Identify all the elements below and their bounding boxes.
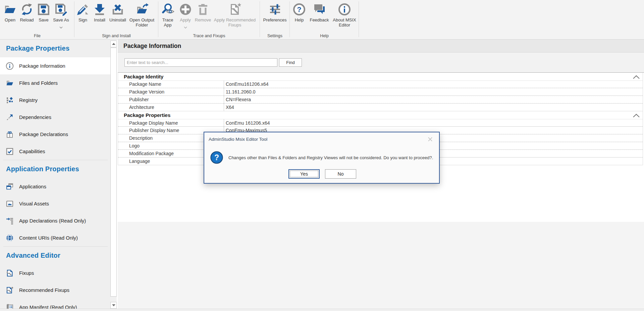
row-value[interactable]: X64 xyxy=(224,104,643,111)
page-title: Package Information xyxy=(118,43,181,50)
sidebar-item-package-declarations[interactable]: Package Declarations xyxy=(0,126,110,143)
about-msix-editor-label: About MSIX Editor xyxy=(330,18,359,27)
row-value[interactable]: ConEmu 161206.x64 xyxy=(224,119,643,127)
sidebar-item-label: Fixups xyxy=(19,270,34,276)
save-as-icon xyxy=(54,3,68,16)
open-output-folder-label: Open Output Folder xyxy=(127,18,156,27)
sidebar-item-label: Dependencies xyxy=(19,114,51,120)
apply-label: Apply xyxy=(180,18,191,23)
visual-assets-image-icon xyxy=(6,200,14,208)
section-heading-text: Package Properties xyxy=(124,112,170,118)
sidebar-item-app-manifest[interactable]: App Manifest (Read Only) xyxy=(0,299,110,309)
svg-text:?: ? xyxy=(214,153,219,162)
ribbon-group-file: Open Reload xyxy=(0,0,74,39)
app-declarations-icon xyxy=(6,217,14,225)
fixups-icon xyxy=(6,269,14,277)
ribbon-group-settings: Preferences Settings xyxy=(260,0,290,39)
ribbon-separator xyxy=(359,1,359,37)
scrollbar-down-button[interactable] xyxy=(110,302,117,309)
sidebar-item-registry[interactable]: Registry xyxy=(0,91,110,109)
ribbon-group-help-label: Help xyxy=(290,34,359,38)
section-header-package-identity: Package Identity xyxy=(118,73,643,81)
install-icon xyxy=(93,3,106,16)
sidebar-item-applications[interactable]: Applications xyxy=(0,178,110,195)
remove-trash-icon xyxy=(196,3,210,16)
uninstall-icon xyxy=(111,3,124,16)
sidebar-item-recommended-fixups[interactable]: Recommended Fixups xyxy=(0,282,110,299)
dialog-title: AdminStudio Msix Editor Tool xyxy=(209,137,267,142)
table-row-publisher[interactable]: Publisher CN=Flexera xyxy=(118,96,643,104)
row-label: Architecture xyxy=(118,104,224,111)
preferences-label: Preferences xyxy=(263,18,286,23)
registry-icon xyxy=(6,96,14,104)
yes-button[interactable]: Yes xyxy=(288,169,320,179)
row-value[interactable]: 11.161.2060.0 xyxy=(224,88,643,96)
row-value[interactable]: ConEmu161206.x64 xyxy=(224,81,643,88)
ribbon-group-trace-fixups: Trace App Apply xyxy=(158,0,260,39)
open-folder-icon xyxy=(3,3,17,16)
sidebar-item-visual-assets[interactable]: Visual Assets xyxy=(0,195,110,212)
save-as-dropdown-chevron-icon[interactable] xyxy=(59,24,63,30)
dialog-close-button[interactable] xyxy=(427,136,433,142)
remove-label: Remove xyxy=(195,18,211,23)
uninstall-label: Uninstall xyxy=(109,18,126,23)
sidebar-item-label: App Manifest (Read Only) xyxy=(19,304,77,309)
sign-label: Sign xyxy=(78,18,87,23)
sidebar-navigation: Package Properties Package Information F… xyxy=(0,40,110,309)
ribbon-group-trace-fixups-label: Trace and Fixups xyxy=(158,34,260,38)
applications-windows-icon xyxy=(6,183,14,191)
sidebar-heading-package-properties: Package Properties xyxy=(0,40,110,57)
sidebar-item-content-uris[interactable]: Content URIs (Read Only) xyxy=(0,229,110,246)
files-and-folders-icon xyxy=(6,79,14,87)
about-info-icon xyxy=(338,3,351,16)
collapse-chevron-icon[interactable] xyxy=(633,113,640,119)
search-panel: Find xyxy=(118,53,644,73)
row-label: Package Display Name xyxy=(118,119,224,127)
sidebar-item-capabilities[interactable]: Capabilities xyxy=(0,143,110,160)
row-value[interactable]: CN=Flexera xyxy=(224,96,643,103)
find-button[interactable]: Find xyxy=(279,58,302,67)
apply-recommended-fixups-icon xyxy=(228,3,241,16)
feedback-label: Feedback xyxy=(310,18,329,23)
capabilities-checkbox-icon xyxy=(6,147,14,156)
sidebar-heading-application-properties: Application Properties xyxy=(0,160,110,178)
question-icon: ? xyxy=(210,151,223,164)
sidebar-item-label: Capabilities xyxy=(19,148,45,154)
table-row-package-name[interactable]: Package Name ConEmu161206.x64 xyxy=(118,81,643,88)
ribbon-group-sign-install: Sign Install xyxy=(74,0,158,39)
save-label: Save xyxy=(39,18,49,23)
sidebar-scrollbar[interactable] xyxy=(110,40,117,309)
save-icon xyxy=(37,3,50,16)
sidebar-item-label: Content URIs (Read Only) xyxy=(19,235,78,241)
collapse-chevron-icon[interactable] xyxy=(633,74,640,80)
sidebar-item-package-information[interactable]: Package Information xyxy=(0,57,110,74)
table-row-architecture[interactable]: Architecture X64 xyxy=(118,104,643,111)
sidebar-item-files-and-folders[interactable]: Files and Folders xyxy=(0,74,110,91)
sidebar-item-label: Registry xyxy=(19,97,38,103)
section-heading-text: Package Identity xyxy=(124,74,163,79)
save-as-label: Save As xyxy=(53,18,69,23)
scrollbar-up-button[interactable] xyxy=(110,41,117,47)
find-button-label: Find xyxy=(286,60,294,65)
no-button[interactable]: No xyxy=(325,169,356,179)
app-manifest-icon xyxy=(6,303,14,309)
sidebar-item-app-declarations[interactable]: App Declarations (Read Only) xyxy=(0,212,110,229)
ribbon-group-help: ? Help Feedback xyxy=(290,0,359,39)
search-input[interactable] xyxy=(124,58,277,67)
row-label: Package Version xyxy=(118,88,224,96)
table-row-package-display-name[interactable]: Package Display Name ConEmu 161206.x64 xyxy=(118,119,643,127)
content-uris-globe-icon xyxy=(6,234,14,242)
ribbon-group-file-label: File xyxy=(0,34,74,38)
scrollbar-thumb[interactable] xyxy=(110,48,117,297)
app-window: Open Reload xyxy=(0,0,644,311)
row-label: Publisher xyxy=(118,96,224,103)
no-button-label: No xyxy=(338,171,344,177)
sidebar-item-label: Files and Folders xyxy=(19,80,58,86)
section-header-package-properties: Package Properties xyxy=(118,111,643,119)
sidebar-item-fixups[interactable]: Fixups xyxy=(0,264,110,282)
table-row-package-version[interactable]: Package Version 11.161.2060.0 xyxy=(118,88,643,96)
sidebar-item-label: Recommended Fixups xyxy=(19,287,69,293)
scroll-up-arrow-icon xyxy=(112,43,115,45)
sidebar-item-dependencies[interactable]: Dependencies xyxy=(0,109,110,126)
sidebar-item-label: Package Information xyxy=(19,63,65,69)
